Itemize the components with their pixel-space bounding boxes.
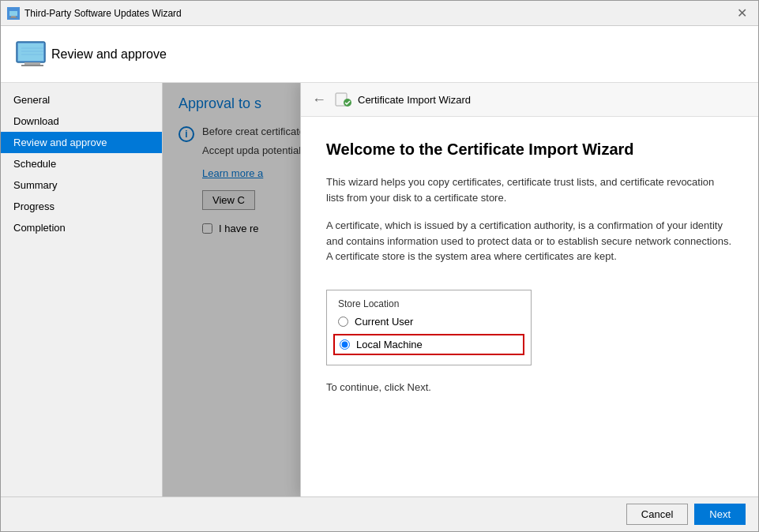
- cert-wizard-body: Welcome to the Certificate Import Wizard…: [301, 117, 758, 496]
- svg-rect-2: [11, 16, 16, 17]
- local-machine-radio[interactable]: [340, 339, 350, 350]
- svg-rect-3: [9, 17, 17, 18]
- cert-wizard-title: Welcome to the Certificate Import Wizard: [326, 140, 733, 159]
- store-location-box: Store Location Current User Local Machin…: [326, 290, 532, 365]
- next-button[interactable]: Next: [694, 504, 746, 525]
- wizard-header: Review and approve: [1, 26, 758, 83]
- wizard-footer: Cancel Next: [1, 496, 758, 531]
- main-window: Third-Party Software Updates Wizard ✕ Re…: [0, 0, 759, 532]
- cert-description-1: This wizard helps you copy certificates,…: [326, 174, 733, 205]
- current-user-label: Current User: [355, 316, 413, 328]
- title-bar-text: Third-Party Software Updates Wizard: [24, 8, 732, 19]
- sidebar-item-download[interactable]: Download: [1, 111, 162, 132]
- store-location-label: Store Location: [338, 298, 520, 309]
- sidebar-item-progress[interactable]: Progress: [1, 196, 162, 217]
- sidebar-item-summary[interactable]: Summary: [1, 174, 162, 196]
- cert-wizard-icon: [334, 91, 351, 108]
- sidebar-item-schedule[interactable]: Schedule: [1, 153, 162, 174]
- svg-rect-5: [18, 43, 43, 61]
- sidebar-item-review[interactable]: Review and approve: [1, 132, 162, 153]
- local-machine-label: Local Machine: [356, 339, 423, 350]
- wizard-header-title: Review and approve: [51, 47, 167, 62]
- wizard-body: General Download Review and approve Sche…: [1, 83, 758, 496]
- cert-wizard: ← Certificate Import Wizard Welcome to t…: [300, 83, 758, 496]
- cert-overlay: ← Certificate Import Wizard Welcome to t…: [163, 83, 758, 496]
- cert-wizard-header: ← Certificate Import Wizard: [301, 83, 758, 117]
- cancel-button[interactable]: Cancel: [626, 504, 688, 525]
- window-icon: [7, 7, 20, 20]
- cert-description-2: A certificate, which is issued by a cert…: [326, 218, 733, 264]
- main-content: Approval to s i Before creat certificate…: [163, 83, 758, 496]
- svg-rect-7: [21, 65, 43, 66]
- title-bar: Third-Party Software Updates Wizard ✕: [1, 1, 758, 26]
- wizard-header-icon: [13, 36, 51, 73]
- cert-continue-text: To continue, click Next.: [326, 381, 733, 393]
- svg-rect-6: [24, 62, 40, 65]
- sidebar-item-completion[interactable]: Completion: [1, 217, 162, 238]
- cert-wizard-header-title: Certificate Import Wizard: [358, 94, 471, 106]
- sidebar: General Download Review and approve Sche…: [1, 83, 163, 496]
- back-button[interactable]: ←: [312, 92, 326, 108]
- local-machine-radio-row: Local Machine: [333, 334, 524, 355]
- close-button[interactable]: ✕: [732, 6, 752, 21]
- svg-rect-1: [9, 11, 17, 16]
- sidebar-item-general[interactable]: General: [1, 89, 162, 111]
- current-user-radio-row: Current User: [338, 316, 520, 328]
- current-user-radio[interactable]: [338, 317, 348, 327]
